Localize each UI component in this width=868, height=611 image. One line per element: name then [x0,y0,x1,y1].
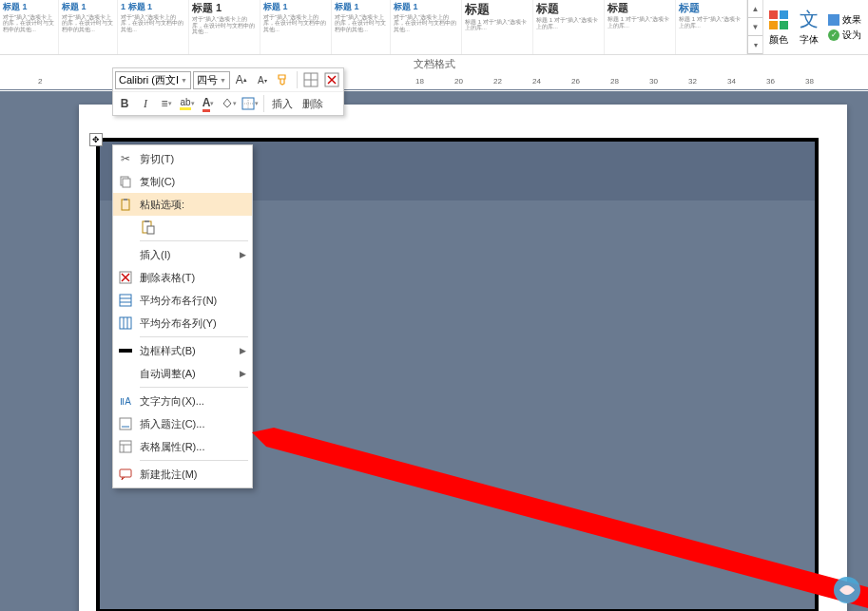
svg-rect-14 [123,179,130,187]
distribute-rows-icon [117,293,134,308]
paint-bucket-icon [222,98,233,109]
paste-keep-formatting[interactable] [113,216,252,239]
insert-table-button[interactable] [301,70,320,89]
copy-icon [117,174,134,189]
style-option[interactable]: 标题 1 对于"插入"选项卡上的库，在设计时与文档中的其他... [0,0,59,54]
text-direction-icon: ⅡA [117,393,134,409]
shading-button[interactable]: ▾ [220,94,239,113]
comment-icon [117,467,134,482]
effects-option[interactable]: 效果 [828,13,861,27]
text-direction-menuitem[interactable]: ⅡA 文字方向(X)... [113,390,252,412]
svg-rect-23 [120,295,131,306]
delete-table-icon [117,270,134,285]
insert-caption-menuitem[interactable]: 插入题注(C)... [113,412,252,435]
chevron-right-icon: ▶ [240,346,246,355]
set-default-option[interactable]: ✓ 设为 [828,29,861,42]
increase-font-button[interactable]: A▴ [232,70,251,89]
distribute-rows-menuitem[interactable]: 平均分布各行(N) [113,289,252,312]
check-icon: ✓ [828,29,839,41]
borders-button[interactable]: ▾ [241,94,260,113]
svg-rect-3 [780,21,788,29]
ribbon-right-group: 颜色 文 字体 效果 ✓ 设为 [762,0,865,54]
effects-icon [828,14,839,26]
caption-icon [117,416,134,431]
cut-menuitem[interactable]: ✂ 剪切(T) [113,147,252,170]
scroll-up-button[interactable]: ▲ [748,0,762,18]
align-button[interactable]: ≡▾ [157,94,176,113]
svg-rect-19 [147,226,154,234]
svg-rect-2 [769,21,778,29]
style-option[interactable]: 标题 1 对于"插入"选项卡上的库，在设计时与文档中的其他... [391,0,462,54]
insert-label-button[interactable]: 插入 [268,94,297,113]
paste-icon [140,220,157,235]
distribute-cols-icon [117,315,134,331]
style-option[interactable]: 标题 标题 1 对于"插入"选项卡上的库... [533,0,605,54]
paste-options-menuitem[interactable]: 粘贴选项: [113,193,252,216]
delete-table-menuitem[interactable]: 删除表格(T) [113,266,252,289]
fonts-button[interactable]: 文 字体 [798,9,820,47]
clipboard-icon [117,197,134,212]
copy-menuitem[interactable]: 复制(C) [113,170,252,193]
watermark-logo [830,573,864,607]
svg-rect-16 [124,199,127,200]
brush-icon [277,73,290,86]
svg-rect-1 [780,10,788,19]
font-color-button[interactable]: A▾ [199,94,218,113]
delete-label-button[interactable]: 删除 [299,94,327,113]
mini-toolbar: Calibri (西文I▼ 四号▼ A▴ A▾ B I ≡▾ ab▾ A▾ ▾ [112,67,344,116]
svg-rect-32 [120,441,131,452]
scissors-icon: ✂ [117,151,134,166]
chevron-right-icon: ▶ [240,369,246,378]
style-option[interactable]: 标题 标题 1 对于"插入"选项卡上的库... [605,0,676,54]
style-option[interactable]: 标题 1 对于"插入"选项卡上的库，在设计时与文档中的其他... [332,0,391,54]
style-option[interactable]: 标题 1 对于"插入"选项卡上的库，在设计时与文档中的其他... [260,0,332,54]
table-grid-icon [303,72,318,87]
delete-table-button[interactable] [322,70,341,89]
font-name-selector[interactable]: Calibri (西文I▼ [115,71,191,89]
colors-icon [767,9,790,31]
highlight-icon: ab [180,97,190,110]
document-styles-gallery: 标题 1 对于"插入"选项卡上的库，在设计时与文档中的其他... 标题 1 对于… [0,0,868,55]
context-menu: ✂ 剪切(T) 复制(C) 粘贴选项: 插入(I) ▶ 删除表格(T) 平均分布… [112,144,253,488]
italic-button[interactable]: I [136,94,155,113]
decrease-font-button[interactable]: A▾ [253,70,272,89]
insert-menuitem[interactable]: 插入(I) ▶ [113,243,252,266]
style-option[interactable]: 标题 1 对于"插入"选项卡上的库，在设计时与文档中的其他... [59,0,118,54]
new-comment-menuitem[interactable]: 新建批注(M) [113,463,252,486]
style-option[interactable]: 1 标题 1 对于"插入"选项卡上的库，在设计时与文档中的其他... [118,0,189,54]
colors-button[interactable]: 颜色 [767,9,790,47]
font-size-selector[interactable]: 四号▼ [193,71,230,89]
border-styles-menuitem[interactable]: 边框样式(B) ▶ [113,339,252,362]
scroll-down-button[interactable]: ▼ [748,18,762,36]
style-gallery-scroll: ▲ ▼ ▾ [747,0,762,54]
chevron-right-icon: ▶ [240,250,246,259]
svg-rect-29 [119,349,132,353]
highlight-button[interactable]: ab▾ [178,94,197,113]
svg-rect-0 [769,10,778,19]
distribute-cols-menuitem[interactable]: 平均分布各列(Y) [113,312,252,334]
autofit-menuitem[interactable]: 自动调整(A) ▶ [113,362,252,385]
table-delete-icon [324,72,339,87]
border-style-icon [117,343,134,358]
svg-rect-15 [122,200,129,210]
properties-icon [117,439,134,454]
svg-rect-18 [145,220,149,222]
table-properties-menuitem[interactable]: 表格属性(R)... [113,435,252,458]
format-painter-button[interactable] [274,70,293,89]
style-option[interactable]: 标题 1 对于"插入"选项卡上的库，在设计时与文档中的其他... [189,0,260,54]
font-color-icon: A [203,96,211,112]
table-move-handle[interactable]: ✥ [89,133,103,146]
style-option[interactable]: 标题 标题 1 对于"插入"选项卡上的库... [676,0,747,54]
fonts-icon: 文 [798,9,820,31]
svg-rect-35 [120,469,131,477]
style-option[interactable]: 标题 标题 1 对于"插入"选项卡上的库... [462,0,533,54]
svg-rect-26 [120,317,131,329]
expand-gallery-button[interactable]: ▾ [748,36,762,54]
border-icon [241,97,255,110]
bold-button[interactable]: B [115,94,134,113]
svg-rect-30 [120,418,131,430]
